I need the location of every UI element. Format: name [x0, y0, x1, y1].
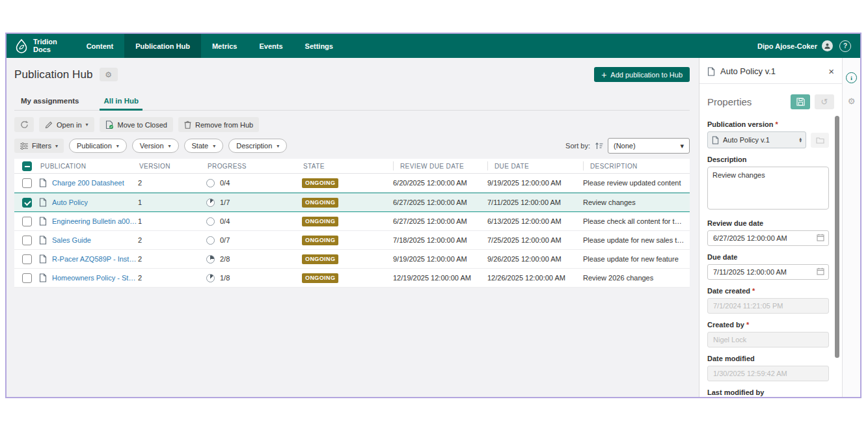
sort-group: Sort by: (None) ▾ — [565, 138, 690, 154]
publication-icon — [39, 273, 47, 282]
review-due-cell: 6/27/2025 12:00:00 AM — [393, 217, 487, 225]
publications-table: PUBLICATION VERSION PROGRESS STATE REVIE… — [14, 159, 690, 288]
created-by-input — [707, 332, 829, 347]
nav-items: Content Publication Hub Metrics Events S… — [75, 34, 344, 58]
hub-settings-button[interactable]: ⚙ — [100, 68, 118, 81]
publication-icon — [39, 217, 47, 226]
due-cell: 7/11/2025 12:00:00 AM — [487, 198, 583, 206]
pencil-icon — [45, 121, 53, 129]
nav-item-content[interactable]: Content — [75, 34, 125, 58]
panel-header: Auto Policy v.1 × — [699, 58, 842, 84]
publication-link[interactable]: R-Pacer AZQ589P - Instruc... — [52, 255, 138, 263]
panel-scrollbar[interactable] — [835, 116, 839, 358]
page-header: Publication Hub ⚙ + Add publication to H… — [14, 67, 690, 82]
table-row[interactable]: Homeowners Policy - Stand... 2 1/8 ONGOI… — [14, 269, 690, 288]
page-title: Publication Hub — [14, 68, 93, 81]
chevron-down-icon: ▾ — [277, 143, 279, 149]
sliders-icon — [20, 142, 28, 150]
refresh-icon — [20, 120, 29, 129]
table-row-selected[interactable]: Auto Policy 1 1/7 ONGOING 6/27/2025 12:0… — [14, 193, 690, 212]
description-textarea[interactable]: Review changes — [707, 167, 829, 210]
publication-icon — [712, 136, 719, 144]
gears-icon[interactable]: ⚙ — [848, 97, 856, 105]
undo-icon: ↺ — [821, 97, 828, 107]
nav-item-settings[interactable]: Settings — [294, 34, 344, 58]
publication-version-label: Publication version — [707, 120, 829, 128]
help-icon[interactable]: ? — [839, 40, 851, 52]
publication-version-select[interactable]: Auto Policy v.1 ▴▾ — [707, 131, 806, 148]
refresh-button[interactable] — [14, 117, 34, 132]
row-checkbox[interactable] — [22, 198, 32, 208]
nav-item-events[interactable]: Events — [248, 34, 293, 58]
publication-link[interactable]: Sales Guide — [52, 236, 91, 244]
last-modified-by-label: Last modified by — [707, 388, 829, 396]
sort-by-label: Sort by: — [565, 142, 590, 150]
progress-cell: 0/7 — [220, 236, 230, 244]
state-badge: ONGOING — [302, 217, 338, 226]
column-progress: PROGRESS — [206, 163, 302, 170]
save-button[interactable] — [791, 94, 810, 109]
filters-button[interactable]: Filters ▾ — [14, 139, 64, 153]
progress-pie-icon — [206, 198, 215, 207]
state-badge: ONGOING — [302, 273, 338, 283]
sort-select[interactable]: (None) ▾ — [608, 138, 690, 154]
browse-folder-button[interactable] — [811, 133, 829, 148]
filter-pill-version[interactable]: Version ▾ — [132, 139, 179, 153]
due-date-label: Due date — [707, 253, 829, 261]
review-due-cell: 6/27/2025 12:00:00 AM — [393, 198, 487, 206]
properties-title: Properties — [707, 96, 791, 107]
table-row[interactable]: R-Pacer AZQ589P - Instruc... 2 2/8 ONGOI… — [14, 250, 690, 269]
description-cell: Please check all content for tec... — [583, 217, 690, 225]
table-row[interactable]: Engineering Bulletin a0008... 1 0/4 ONGO… — [14, 212, 690, 231]
row-checkbox[interactable] — [22, 236, 32, 245]
undo-button[interactable]: ↺ — [815, 94, 834, 109]
progress-cell: 0/4 — [220, 179, 230, 187]
filter-pill-publication[interactable]: Publication ▾ — [69, 139, 127, 153]
remove-from-hub-button[interactable]: Remove from Hub — [178, 117, 259, 132]
version-cell: 2 — [138, 255, 206, 263]
gear-icon: ⚙ — [105, 71, 112, 79]
tab-my-assignments[interactable]: My assignments — [20, 94, 80, 110]
progress-pie-icon — [206, 179, 215, 187]
publication-link[interactable]: Charge 200 Datasheet — [52, 179, 124, 187]
publication-link[interactable]: Auto Policy — [52, 198, 88, 206]
filter-pill-state[interactable]: State ▾ — [184, 139, 224, 153]
nav-item-metrics[interactable]: Metrics — [201, 34, 249, 58]
version-cell: 2 — [138, 179, 206, 187]
progress-pie-icon — [206, 255, 215, 264]
table-row[interactable]: Sales Guide 2 0/7 ONGOING 7/18/2025 12:0… — [14, 231, 690, 250]
row-checkbox[interactable] — [22, 273, 32, 283]
info-icon[interactable]: i — [846, 72, 857, 83]
tab-all-in-hub[interactable]: All in Hub — [102, 94, 140, 110]
tab-bar: My assignments All in Hub — [14, 94, 690, 111]
add-publication-button[interactable]: + Add publication to Hub — [594, 67, 690, 82]
publication-link[interactable]: Engineering Bulletin a0008... — [52, 217, 138, 225]
nav-item-publication-hub[interactable]: Publication Hub — [124, 34, 201, 58]
description-cell: Review 2026 changes — [583, 274, 690, 282]
publication-link[interactable]: Homeowners Policy - Stand... — [52, 274, 138, 282]
close-icon[interactable]: × — [828, 66, 834, 76]
column-due-date: DUE DATE — [487, 161, 583, 170]
user-menu[interactable]: Dipo Ajose-Coker — [757, 40, 833, 51]
column-review-due-date: REVIEW DUE DATE — [393, 161, 487, 170]
select-all-checkbox[interactable] — [22, 161, 32, 171]
state-badge: ONGOING — [302, 254, 338, 264]
date-modified-input — [707, 366, 829, 381]
open-in-button[interactable]: Open in ▾ — [39, 117, 94, 132]
sort-ascending-icon[interactable] — [595, 142, 603, 150]
publication-icon — [39, 178, 47, 187]
properties-panel: Auto Policy v.1 × Properties ↺ Publicati… — [699, 58, 842, 397]
row-checkbox[interactable] — [22, 178, 32, 188]
row-checkbox[interactable] — [22, 217, 32, 226]
review-due-date-input[interactable] — [707, 230, 829, 246]
calendar-icon[interactable] — [817, 234, 824, 241]
publication-icon — [39, 198, 47, 207]
row-checkbox[interactable] — [22, 254, 32, 264]
table-row[interactable]: Charge 200 Datasheet 2 0/4 ONGOING 6/20/… — [14, 174, 690, 193]
brand-logo[interactable]: Tridion Docs — [7, 34, 66, 58]
brand-name: Tridion Docs — [33, 38, 57, 53]
move-to-closed-button[interactable]: Move to Closed — [100, 117, 173, 132]
calendar-icon[interactable] — [817, 267, 824, 275]
due-date-input[interactable] — [707, 264, 829, 280]
filter-pill-description[interactable]: Description ▾ — [228, 139, 287, 153]
